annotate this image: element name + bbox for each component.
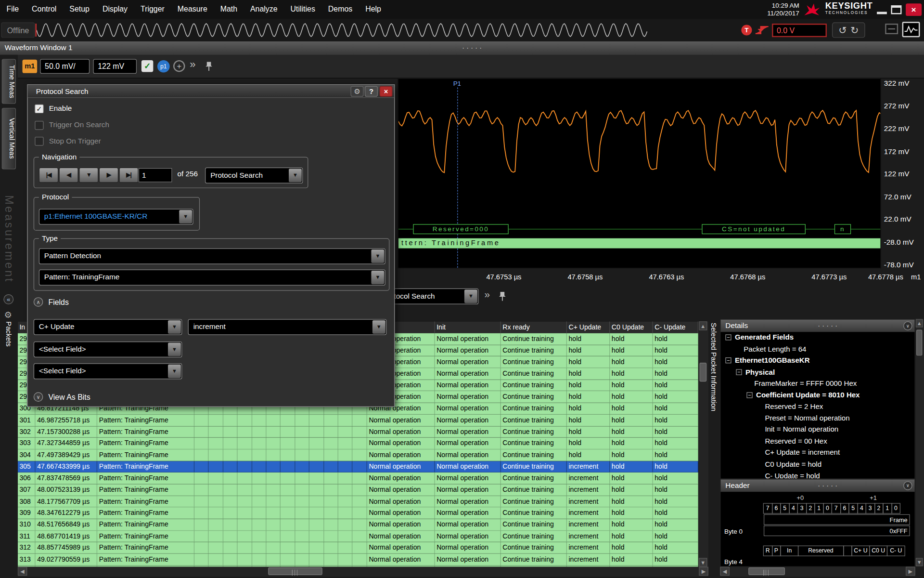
details-item[interactable]: Preset = Normal operation <box>721 413 915 424</box>
table-row[interactable]: 30547.667433999 µsPattern: TrainingFrame… <box>18 461 698 473</box>
tree-expander-icon[interactable]: − <box>725 357 731 363</box>
column-header-cminus[interactable]: C- Update <box>653 321 698 333</box>
details-item[interactable]: FrameMarker = FFFF 0000 Hex <box>721 378 915 390</box>
field1-dropdown[interactable]: C+ Update ▼ <box>34 319 182 335</box>
next-result-button[interactable]: ▶ <box>99 168 118 183</box>
table-row[interactable]: 30146.987255718 µsPattern: TrainingFrame… <box>18 415 698 426</box>
channel-m1-badge[interactable]: m1 <box>23 60 38 73</box>
details-item[interactable]: Init = Normal operation <box>721 424 915 436</box>
menu-file[interactable]: File <box>0 0 26 19</box>
scale-field[interactable]: 50.0 mV/ <box>40 59 90 74</box>
header-panel-titlebar[interactable]: Header ····· ∨ <box>721 480 915 492</box>
chevron-down-icon[interactable]: ▼ <box>464 289 477 303</box>
menu-setup[interactable]: Setup <box>63 0 96 19</box>
table-row[interactable]: 30347.327344859 µsPattern: TrainingFrame… <box>18 438 698 449</box>
table-vertical-scrollbar[interactable]: ▲ ▼ <box>699 321 708 566</box>
table-row[interactable]: 30447.497389429 µsPattern: TrainingFrame… <box>18 449 698 461</box>
panel-horizontal-scrollbar[interactable]: ◀ ▶ <box>720 567 915 577</box>
scroll-thumb[interactable] <box>916 329 922 355</box>
header-field-cell[interactable] <box>843 546 852 556</box>
settings-gear-icon[interactable]: ⚙ <box>351 86 364 97</box>
chevron-down-icon[interactable]: ▼ <box>371 250 384 263</box>
add-icon[interactable]: + <box>173 60 185 72</box>
waveform-plot[interactable]: P1 Reserved=000 CS=not updated n ttern: … <box>398 79 881 268</box>
scroll-up-icon[interactable]: ▲ <box>916 319 923 327</box>
column-header-c0[interactable]: C0 Update <box>610 321 653 333</box>
fields-section-header[interactable]: ∧ Fields <box>34 297 69 307</box>
undo-icon[interactable]: ↺ <box>838 24 847 37</box>
navigation-mode-dropdown[interactable]: Protocol Search ▼ <box>205 168 303 184</box>
table-horizontal-scrollbar[interactable]: ◀ ▶ <box>18 567 708 577</box>
waveform-window-icon[interactable] <box>902 22 920 37</box>
scroll-left-icon[interactable]: ◀ <box>720 567 730 576</box>
details-item[interactable]: C0 Update = hold <box>721 459 915 471</box>
menu-demos[interactable]: Demos <box>321 0 359 19</box>
packets-tab[interactable]: Packets <box>5 321 13 346</box>
menu-display[interactable]: Display <box>96 0 134 19</box>
details-item[interactable]: Reserved = 2 Hex <box>721 401 915 413</box>
collapse-chevron-icon[interactable]: ∨ <box>903 481 912 490</box>
decode-annotation-n[interactable]: n <box>834 224 851 234</box>
gear-icon[interactable]: ⚙ <box>4 310 12 320</box>
menu-help[interactable]: Help <box>359 0 388 19</box>
decode-annotation-cs[interactable]: CS=not updated <box>702 224 806 234</box>
table-row[interactable]: 31349.027790559 µsPattern: TrainingFrame… <box>18 554 698 565</box>
scroll-down-icon[interactable]: ▼ <box>699 558 707 566</box>
pin-icon[interactable] <box>205 61 213 71</box>
details-item[interactable]: Reserved = 00 Hex <box>721 436 915 447</box>
chevron-up-icon[interactable]: ∧ <box>34 297 43 307</box>
double-chevron-icon[interactable]: » <box>485 289 490 301</box>
decode-annotation-reserved[interactable]: Reserved=000 <box>413 224 508 234</box>
tab-vertical-meas[interactable]: Vertical Meas <box>2 108 16 169</box>
header-field-cell[interactable]: C- U <box>887 546 905 556</box>
scroll-thumb[interactable] <box>268 567 322 575</box>
details-item[interactable]: −Physical <box>721 367 915 378</box>
maximize-button[interactable] <box>891 5 901 13</box>
chevron-down-icon[interactable]: ▼ <box>179 210 192 223</box>
redo-icon[interactable]: ↻ <box>850 24 859 37</box>
field1-value-dropdown[interactable]: increment ▼ <box>188 319 387 335</box>
collapse-chevron-icon[interactable]: ∨ <box>903 321 912 330</box>
table-row[interactable]: 31248.857745989 µsPattern: TrainingFrame… <box>18 542 698 554</box>
tree-expander-icon[interactable]: − <box>725 334 731 340</box>
header-field-cell[interactable]: Reserved <box>798 546 844 556</box>
channel-enabled-checkbox[interactable]: ✓ <box>141 60 153 72</box>
chevron-down-icon[interactable]: ▼ <box>168 342 181 356</box>
table-row[interactable]: 31148.687701419 µsPattern: TrainingFrame… <box>18 531 698 542</box>
scroll-thumb[interactable] <box>748 567 785 575</box>
result-index-input[interactable]: 1 <box>139 168 172 182</box>
table-row[interactable]: 31048.517656849 µsPattern: TrainingFrame… <box>18 519 698 531</box>
menu-control[interactable]: Control <box>26 0 63 19</box>
menu-measure[interactable]: Measure <box>171 0 214 19</box>
chevron-down-icon[interactable]: ▼ <box>371 271 384 284</box>
chevron-down-icon[interactable]: ▼ <box>168 365 181 378</box>
stop-on-trigger-checkbox[interactable]: Stop On Trigger <box>35 136 101 146</box>
details-item[interactable]: C+ Update = increment <box>721 447 915 459</box>
enable-checkbox[interactable]: ✓ Enable <box>35 103 72 114</box>
scroll-right-icon[interactable]: ▶ <box>699 567 708 576</box>
header-field-cell[interactable]: C+ U <box>851 546 870 556</box>
table-row[interactable]: 30247.157300288 µsPattern: TrainingFrame… <box>18 426 698 438</box>
chevron-down-icon[interactable]: ∨ <box>34 392 43 402</box>
header-field-cell[interactable]: P <box>771 546 781 556</box>
menu-analyze[interactable]: Analyze <box>244 0 284 19</box>
minimize-button[interactable] <box>877 5 887 13</box>
current-result-button[interactable]: ▼ <box>79 168 98 183</box>
table-row[interactable]: 30748.007523139 µsPattern: TrainingFrame… <box>18 484 698 496</box>
menu-utilities[interactable]: Utilities <box>284 0 321 19</box>
tab-time-meas[interactable]: Time Meas <box>2 59 16 104</box>
table-row[interactable]: 30647.837478569 µsPattern: TrainingFrame… <box>18 473 698 484</box>
pattern-dropdown[interactable]: Pattern: TrainingFrame ▼ <box>39 270 385 286</box>
dialog-close-button[interactable]: × <box>380 86 393 97</box>
header-field-cell[interactable]: R <box>763 546 772 556</box>
pin-icon[interactable] <box>499 291 506 302</box>
protocol-dropdown[interactable]: p1:Ethernet 100GBASE-KR/CR ▼ <box>39 209 193 224</box>
field2-dropdown[interactable]: <Select Field> ▼ <box>34 342 182 357</box>
column-header-cplus[interactable]: C+ Update <box>567 321 610 333</box>
column-header-rx[interactable]: Rx ready <box>501 321 567 333</box>
help-button[interactable]: ? <box>365 86 378 97</box>
table-row[interactable]: 30948.347612279 µsPattern: TrainingFrame… <box>18 507 698 519</box>
search-type-dropdown[interactable]: Pattern Detection ▼ <box>39 249 385 264</box>
right-vertical-scrollbar[interactable]: ▲ ▼ <box>916 319 924 566</box>
double-chevron-icon[interactable]: » <box>190 58 195 71</box>
